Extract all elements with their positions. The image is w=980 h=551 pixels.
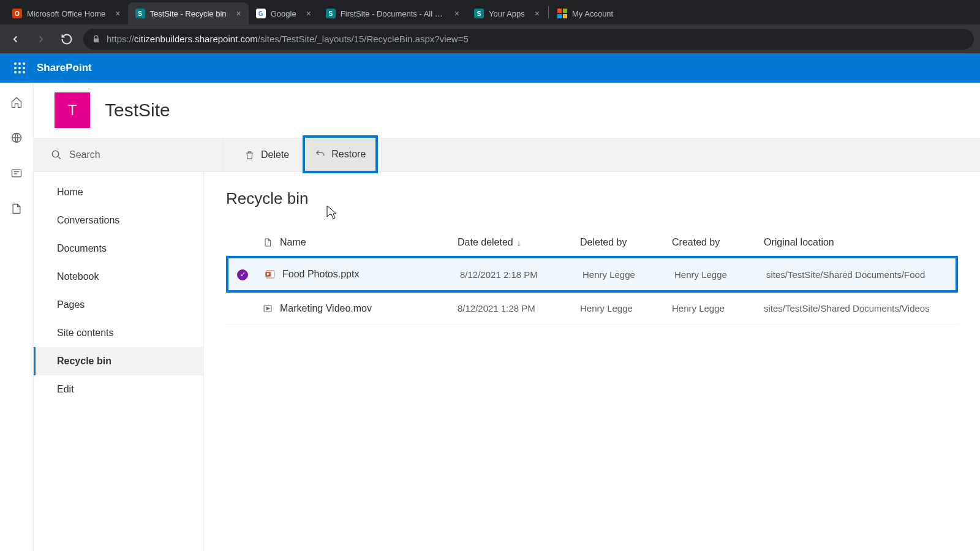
svg-rect-0 [557, 9, 562, 13]
svg-point-7 [14, 67, 17, 69]
svg-point-12 [23, 71, 25, 73]
back-button[interactable] [6, 30, 24, 48]
file-icon [263, 237, 273, 248]
nav-recycle-bin[interactable]: Recycle bin [34, 347, 203, 375]
col-original-location[interactable]: Original location [764, 237, 958, 248]
col-created-by[interactable]: Created by [672, 237, 764, 248]
search-placeholder: Search [69, 149, 100, 160]
tab-strip: O Microsoft Office Home × S TestSite - R… [0, 0, 980, 24]
restore-button[interactable]: Restore [303, 135, 378, 173]
sharepoint-icon: S [474, 9, 484, 18]
news-icon[interactable] [8, 165, 25, 182]
close-icon[interactable]: × [535, 9, 540, 18]
site-logo[interactable]: T [55, 92, 90, 128]
globe-icon[interactable] [8, 129, 25, 146]
svg-point-5 [18, 62, 21, 65]
url-text: https://citizenbuilders.sharepoint.com/s… [107, 34, 469, 44]
svg-rect-1 [563, 9, 567, 13]
col-name[interactable]: Name [280, 237, 458, 248]
tab-myaccount[interactable]: My Account [550, 2, 620, 24]
row-name: Food Photos.pptx [282, 269, 460, 280]
close-icon[interactable]: × [306, 9, 311, 18]
table-row[interactable]: ✓ P Food Photos.pptx 8/12/2021 2:18 PM H… [226, 256, 958, 293]
app-rail [0, 83, 34, 551]
workspace: T TestSite Search Delete Restore [0, 83, 980, 551]
below: Home Conversations Documents Notebook Pa… [34, 172, 980, 551]
nav-home[interactable]: Home [34, 178, 203, 206]
search-icon [51, 149, 62, 160]
tab-google[interactable]: G Google × [249, 2, 318, 24]
home-icon[interactable] [8, 94, 25, 111]
powerpoint-icon: P [265, 269, 276, 280]
row-created-by: Henry Legge [672, 303, 764, 313]
command-bar: Delete Restore [224, 138, 378, 171]
reload-button[interactable] [58, 30, 76, 48]
tab-label: Google [271, 9, 296, 18]
row-location: sites/TestSite/Shared Documents/Videos [764, 303, 958, 313]
app-launcher-icon[interactable] [5, 53, 34, 83]
sort-down-icon: ↓ [517, 238, 521, 247]
svg-point-6 [23, 62, 25, 65]
browser-chrome: O Microsoft Office Home × S TestSite - R… [0, 0, 980, 53]
tab-yourapps[interactable]: S Your Apps × [467, 2, 547, 24]
table-row[interactable]: Marketing Video.mov 8/12/2021 1:28 PM He… [226, 293, 958, 324]
svg-rect-3 [563, 14, 567, 18]
col-deleted-by[interactable]: Deleted by [580, 237, 672, 248]
svg-rect-14 [12, 170, 21, 177]
page-title: Recycle bin [226, 189, 958, 208]
content: Recycle bin Name Date deleted↓ Deleted b… [204, 172, 980, 551]
row-deleted-by: Henry Legge [580, 303, 672, 313]
nav-edit[interactable]: Edit [34, 375, 203, 403]
close-icon[interactable]: × [454, 9, 459, 18]
col-type-icon[interactable] [255, 237, 280, 248]
row-created-by: Henry Legge [674, 269, 766, 280]
brand-label[interactable]: SharePoint [37, 62, 92, 74]
google-icon: G [256, 9, 266, 18]
svg-point-8 [18, 67, 21, 69]
delete-button[interactable]: Delete [235, 138, 299, 171]
nav-notebook[interactable]: Notebook [34, 263, 203, 291]
sharepoint-icon: S [135, 9, 145, 18]
tab-label: FirstSite - Documents - All Docum [341, 9, 445, 18]
nav-documents[interactable]: Documents [34, 234, 203, 263]
row-location: sites/TestSite/Shared Documents/Food [766, 269, 956, 280]
svg-point-15 [52, 151, 59, 157]
site-title[interactable]: TestSite [105, 100, 170, 121]
url-field[interactable]: https://citizenbuilders.sharepoint.com/s… [83, 29, 974, 50]
forward-button[interactable] [32, 30, 50, 48]
tab-firstsite[interactable]: S FirstSite - Documents - All Docum × [318, 2, 467, 24]
left-nav: Home Conversations Documents Notebook Pa… [34, 172, 204, 551]
svg-point-4 [14, 62, 17, 65]
row-name: Marketing Video.mov [280, 303, 458, 314]
nav-conversations[interactable]: Conversations [34, 206, 203, 234]
col-date-deleted[interactable]: Date deleted↓ [458, 237, 580, 248]
files-icon[interactable] [8, 200, 25, 217]
site-header: T TestSite [34, 83, 980, 138]
svg-text:P: P [267, 272, 270, 276]
restore-label: Restore [331, 149, 366, 160]
row-deleted-by: Henry Legge [582, 269, 674, 280]
file-type-icon: P [258, 269, 282, 280]
suite-header: SharePoint [0, 53, 980, 83]
trash-icon [244, 150, 255, 160]
undo-icon [315, 149, 325, 159]
main: T TestSite Search Delete Restore [34, 83, 980, 551]
office-icon: O [12, 9, 22, 18]
row-date: 8/12/2021 1:28 PM [458, 303, 580, 313]
nav-pages[interactable]: Pages [34, 291, 203, 319]
svg-point-10 [14, 71, 17, 73]
search-input[interactable]: Search [34, 138, 224, 171]
delete-label: Delete [261, 149, 289, 160]
tab-separator [548, 6, 549, 18]
tab-office[interactable]: O Microsoft Office Home × [5, 2, 128, 24]
tab-label: My Account [572, 9, 613, 18]
command-row: Search Delete Restore [34, 138, 980, 172]
tab-testsite[interactable]: S TestSite - Recycle bin × [128, 2, 249, 24]
microsoft-icon [557, 9, 567, 18]
row-select[interactable]: ✓ [228, 268, 258, 280]
sharepoint-icon: S [326, 9, 336, 18]
close-icon[interactable]: × [236, 9, 241, 18]
row-date: 8/12/2021 2:18 PM [460, 269, 582, 280]
close-icon[interactable]: × [115, 9, 120, 18]
nav-site-contents[interactable]: Site contents [34, 319, 203, 347]
